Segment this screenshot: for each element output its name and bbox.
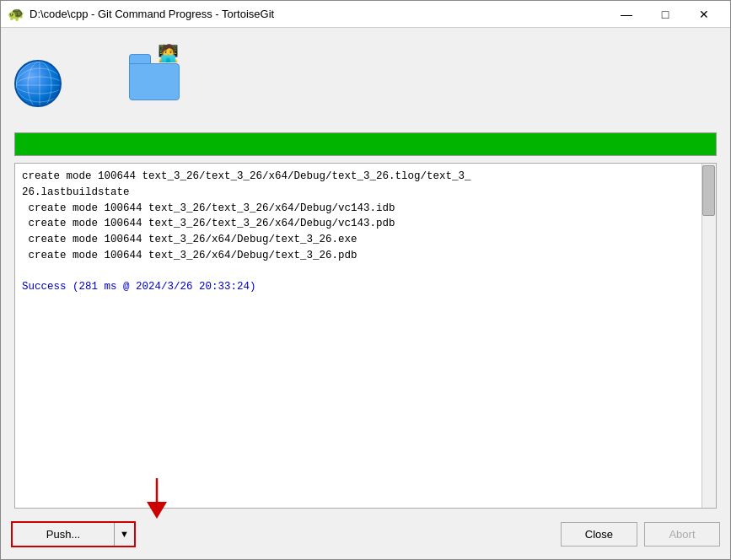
figure-icon: 🧑‍💻	[158, 43, 179, 63]
folder-icon: 🧑‍💻	[129, 50, 196, 117]
progress-bar-container	[14, 132, 717, 156]
minimize-button[interactable]: —	[607, 1, 646, 28]
window-title: D:\code\cpp - Git Command Progress - Tor…	[30, 8, 607, 20]
content-area: 🧑‍💻 create mode 100644 text_3_26/text_3_…	[1, 28, 730, 509]
log-line-3: create mode 100644 text_3_26/text_3_26/x…	[22, 201, 709, 217]
progress-bar-fill	[15, 133, 716, 155]
push-button-group: Push... ▼	[11, 521, 136, 547]
push-dropdown-button[interactable]: ▼	[114, 523, 134, 546]
app-icon: 🐢	[8, 6, 24, 23]
log-line-6: create mode 100644 text_3_26/x64/Debug/t…	[22, 248, 709, 264]
scrollbar-track[interactable]	[701, 164, 716, 508]
log-line-4: create mode 100644 text_3_26/text_3_26/x…	[22, 216, 709, 232]
log-line-2: 26.lastbuildstate	[22, 185, 709, 201]
bottom-bar: Push... ▼ Close Abort	[1, 509, 730, 559]
folder-body	[129, 63, 180, 100]
log-line-1: create mode 100644 text_3_26/text_3_26/x…	[22, 169, 709, 185]
abort-button: Abort	[644, 522, 720, 547]
scrollbar-thumb[interactable]	[702, 165, 715, 216]
success-message: Success (281 ms @ 2024/3/26 20:33:24)	[22, 279, 709, 295]
close-button[interactable]: Close	[561, 522, 637, 547]
log-line-5: create mode 100644 text_3_26/x64/Debug/t…	[22, 232, 709, 248]
maximize-button[interactable]: □	[646, 1, 685, 28]
log-area[interactable]: create mode 100644 text_3_26/text_3_26/x…	[14, 163, 717, 509]
globe-icon	[14, 60, 62, 107]
window-controls: — □ ✕	[607, 1, 723, 28]
title-bar: 🐢 D:\code\cpp - Git Command Progress - T…	[1, 1, 730, 28]
icons-row: 🧑‍💻	[14, 41, 717, 126]
push-button[interactable]: Push...	[13, 523, 114, 546]
main-window: 🐢 D:\code\cpp - Git Command Progress - T…	[0, 0, 731, 560]
window-close-button[interactable]: ✕	[685, 1, 723, 28]
